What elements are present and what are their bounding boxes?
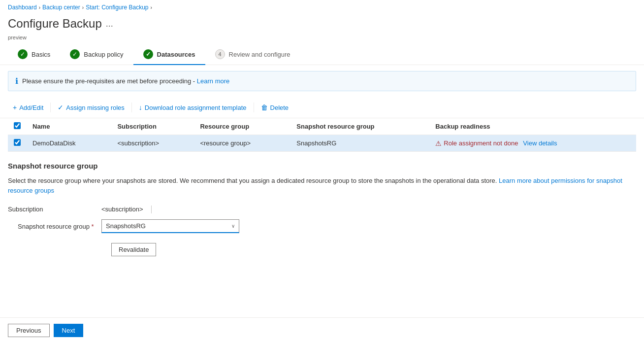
basics-check-icon: ✓: [18, 49, 28, 59]
subscription-value: <subscription>: [101, 203, 143, 215]
snapshot-rg-dropdown-value: SnapshotsRG: [106, 222, 146, 230]
row-select-checkbox[interactable]: [14, 139, 21, 146]
download-template-button[interactable]: ↓ Download role assignment template: [134, 101, 252, 114]
subscription-display: <subscription>: [101, 203, 152, 215]
breadcrumb-sep-3: ›: [151, 5, 152, 10]
snapshot-rg-dropdown[interactable]: SnapshotsRG ∨: [101, 219, 239, 233]
download-icon: ↓: [139, 103, 142, 111]
col-header-subscription: Subscription: [111, 118, 194, 135]
revalidate-button[interactable]: Revalidate: [111, 243, 156, 256]
delete-button[interactable]: 🗑 Delete: [256, 101, 294, 114]
error-badge: ⚠ Role assignment not done View details: [435, 139, 630, 147]
row-snapshot-rg: SnapshotsRG: [290, 135, 429, 152]
subscription-row: Subscription <subscription>: [8, 203, 636, 215]
breadcrumb-backup-center[interactable]: Backup center: [42, 4, 80, 11]
more-options-icon[interactable]: ...: [106, 19, 113, 29]
table-header-row: Name Subscription Resource group Snapsho…: [8, 118, 636, 135]
snapshot-section-title: Snapshot resource group: [8, 162, 636, 170]
row-checkbox-cell: [8, 135, 27, 152]
breadcrumb: Dashboard › Backup center › Start: Confi…: [0, 0, 644, 15]
toolbar: + Add/Edit ✓ Assign missing roles ↓ Down…: [0, 97, 644, 118]
col-header-name: Name: [27, 118, 111, 135]
snapshot-section: Snapshot resource group Select the resou…: [0, 152, 644, 266]
breadcrumb-sep-2: ›: [82, 5, 84, 10]
delete-icon: 🗑: [261, 103, 268, 111]
col-header-resource-group: Resource group: [194, 118, 290, 135]
subscription-label: Subscription: [8, 206, 101, 213]
tab-review-label: Review and configure: [229, 51, 290, 58]
row-name: DemoDataDisk: [27, 135, 111, 152]
snapshot-section-desc: Select the resource group where your sna…: [8, 176, 636, 195]
table-row: DemoDataDisk <subscription> <resource gr…: [8, 135, 636, 152]
add-icon: +: [13, 103, 17, 111]
tab-basics[interactable]: ✓ Basics: [8, 44, 60, 65]
col-header-readiness: Backup readiness: [429, 118, 636, 135]
chevron-down-icon: ∨: [231, 223, 235, 229]
toolbar-separator-1: [50, 103, 51, 112]
select-all-checkbox[interactable]: [14, 122, 21, 129]
info-icon: ℹ: [15, 76, 18, 86]
backup-policy-check-icon: ✓: [70, 49, 80, 59]
page-header: Configure Backup ...: [0, 15, 644, 34]
assign-roles-button[interactable]: ✓ Assign missing roles: [53, 101, 129, 114]
resource-group-row: Snapshot resource group * SnapshotsRG ∨: [8, 219, 636, 233]
snapshot-rg-label: Snapshot resource group *: [8, 223, 101, 230]
toolbar-separator-3: [254, 103, 254, 112]
toolbar-separator-2: [131, 103, 132, 112]
view-details-link[interactable]: View details: [523, 139, 557, 147]
page-title: Configure Backup: [8, 17, 102, 31]
info-learn-more-link[interactable]: Learn more: [197, 77, 229, 85]
tab-datasources-label: Datasources: [157, 51, 195, 58]
tab-backup-policy[interactable]: ✓ Backup policy: [60, 44, 133, 65]
check-icon: ✓: [58, 103, 64, 111]
tab-backup-policy-label: Backup policy: [84, 51, 123, 58]
add-edit-button[interactable]: + Add/Edit: [8, 101, 48, 114]
info-banner: ℹ Please ensure the pre-requisites are m…: [8, 71, 636, 91]
wizard-tabs: ✓ Basics ✓ Backup policy ✓ Datasources 4…: [0, 44, 644, 65]
breadcrumb-dashboard[interactable]: Dashboard: [8, 4, 37, 11]
info-text: Please ensure the pre-requisites are met…: [22, 77, 229, 85]
subscription-divider: [151, 206, 152, 213]
tab-datasources[interactable]: ✓ Datasources: [133, 44, 205, 65]
select-all-th: [8, 118, 27, 135]
required-indicator: *: [92, 223, 94, 230]
datasources-table-container: Name Subscription Resource group Snapsho…: [0, 118, 644, 152]
datasources-check-icon: ✓: [143, 49, 153, 59]
page-subtitle: preview: [0, 34, 644, 44]
error-icon: ⚠: [435, 139, 442, 147]
tab-review[interactable]: 4 Review and configure: [205, 44, 300, 65]
datasources-table: Name Subscription Resource group Snapsho…: [8, 118, 636, 152]
breadcrumb-configure-backup[interactable]: Start: Configure Backup: [86, 4, 148, 11]
col-header-snapshot-rg: Snapshot resource group: [290, 118, 429, 135]
row-resource-group: <resource group>: [194, 135, 290, 152]
row-readiness: ⚠ Role assignment not done View details: [429, 135, 636, 152]
review-step-circle: 4: [215, 49, 225, 59]
breadcrumb-sep-1: ›: [39, 5, 40, 10]
tab-basics-label: Basics: [32, 51, 50, 58]
revalidate-container: Revalidate: [8, 239, 636, 256]
row-subscription: <subscription>: [111, 135, 194, 152]
